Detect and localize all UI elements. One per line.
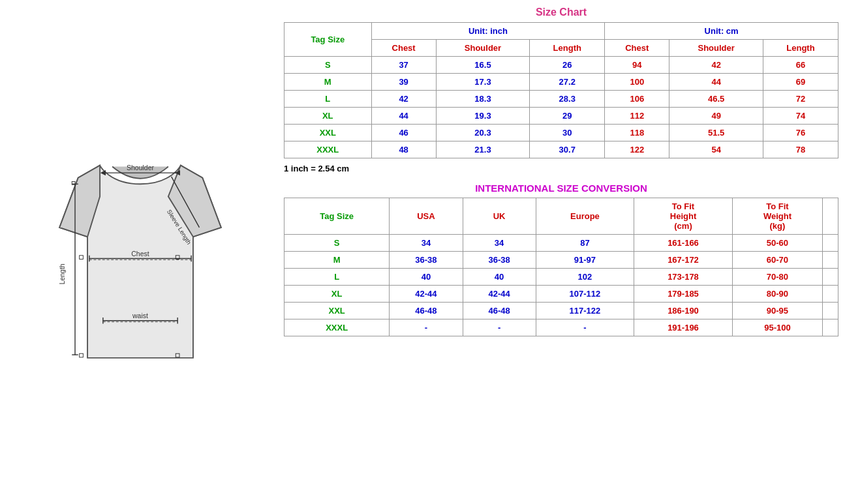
conv-tag-cell: L bbox=[284, 269, 390, 286]
chest-inch-val: 44 bbox=[371, 108, 436, 125]
chest-cm-val: 122 bbox=[605, 141, 669, 158]
conv-europe-header: Europe bbox=[536, 198, 634, 235]
size-chart-row: L 42 18.3 28.3 106 46.5 72 bbox=[284, 91, 838, 108]
size-chart-row: M 39 17.3 27.2 100 44 69 bbox=[284, 74, 838, 91]
conv-height-val: 173-178 bbox=[634, 269, 733, 286]
shoulder-inch-val: 16.5 bbox=[436, 57, 530, 74]
conv-weight-val: 60-70 bbox=[732, 252, 822, 269]
size-chart-row: S 37 16.5 26 94 42 66 bbox=[284, 57, 838, 74]
length-cm-val: 78 bbox=[763, 141, 838, 158]
conversion-row: L 40 40 102 173-178 70-80 bbox=[284, 269, 838, 286]
conversion-title: INTERNATIONAL SIZE CONVERSION bbox=[284, 177, 838, 198]
chest-cm-val: 94 bbox=[605, 57, 669, 74]
conv-weight-header: To FitWeight(kg) bbox=[732, 198, 822, 235]
tag-size-header: Tag Size bbox=[284, 23, 372, 57]
conv-usa-val: 40 bbox=[390, 269, 463, 286]
conversion-row: S 34 34 87 161-166 50-60 bbox=[284, 235, 838, 252]
shoulder-cm-val: 51.5 bbox=[669, 125, 763, 141]
conv-weight-val: 95-100 bbox=[732, 319, 822, 336]
conv-europe-val: 87 bbox=[536, 235, 634, 252]
conv-empty-cell bbox=[823, 269, 838, 286]
conversion-row: M 36-38 36-38 91-97 167-172 60-70 bbox=[284, 252, 838, 269]
conv-usa-val: 42-44 bbox=[390, 286, 463, 303]
conv-tag-cell: M bbox=[284, 252, 390, 269]
tag-size-cell: M bbox=[284, 74, 372, 91]
length-cm-val: 69 bbox=[763, 74, 838, 91]
chest-inch-val: 48 bbox=[371, 141, 436, 158]
conv-europe-val: 117-122 bbox=[536, 303, 634, 319]
length-cm-col: Length bbox=[763, 40, 838, 57]
length-inch-val: 29 bbox=[530, 108, 605, 125]
conv-uk-header: UK bbox=[463, 198, 536, 235]
conv-tag-cell: S bbox=[284, 235, 390, 252]
shoulder-cm-val: 44 bbox=[669, 74, 763, 91]
shoulder-inch-val: 18.3 bbox=[436, 91, 530, 108]
conv-height-val: 191-196 bbox=[634, 319, 733, 336]
conv-usa-val: 46-48 bbox=[390, 303, 463, 319]
tag-size-cell: XXL bbox=[284, 125, 372, 141]
chest-inch-val: 39 bbox=[371, 74, 436, 91]
shoulder-inch-val: 21.3 bbox=[436, 141, 530, 158]
conv-uk-val: 36-38 bbox=[463, 252, 536, 269]
shoulder-inch-val: 19.3 bbox=[436, 108, 530, 125]
shoulder-inch-col: Shoulder bbox=[436, 40, 530, 57]
chest-inch-col: Chest bbox=[371, 40, 436, 57]
conv-usa-val: 34 bbox=[390, 235, 463, 252]
tshirt-diagram: Shoulder Sleeve Length Chest waist Lengt… bbox=[36, 122, 245, 383]
inch-note: 1 inch = 2.54 cm bbox=[284, 164, 838, 173]
svg-text:waist: waist bbox=[132, 312, 148, 319]
tag-size-cell: XL bbox=[284, 108, 372, 125]
tag-size-cell: S bbox=[284, 57, 372, 74]
size-chart-row: XL 44 19.3 29 112 49 74 bbox=[284, 108, 838, 125]
left-panel: Shoulder Sleeve Length Chest waist Lengt… bbox=[0, 0, 281, 504]
conv-height-val: 167-172 bbox=[634, 252, 733, 269]
shoulder-cm-val: 46.5 bbox=[669, 91, 763, 108]
shoulder-inch-val: 17.3 bbox=[436, 74, 530, 91]
conv-usa-header: USA bbox=[390, 198, 463, 235]
conv-europe-val: 107-112 bbox=[536, 286, 634, 303]
conv-usa-val: 36-38 bbox=[390, 252, 463, 269]
conv-europe-val: 91-97 bbox=[536, 252, 634, 269]
conv-height-val: 161-166 bbox=[634, 235, 733, 252]
conv-tag-cell: XXXL bbox=[284, 319, 390, 336]
length-inch-val: 30.7 bbox=[530, 141, 605, 158]
chest-cm-col: Chest bbox=[605, 40, 669, 57]
conversion-row: XXL 46-48 46-48 117-122 186-190 90-95 bbox=[284, 303, 838, 319]
svg-rect-18 bbox=[80, 255, 84, 259]
size-chart-row: XXXL 48 21.3 30.7 122 54 78 bbox=[284, 141, 838, 158]
conv-tag-cell: XXL bbox=[284, 303, 390, 319]
conv-weight-val: 90-95 bbox=[732, 303, 822, 319]
conv-empty-cell bbox=[823, 286, 838, 303]
conv-empty-cell bbox=[823, 252, 838, 269]
unit-inch-header: Unit: inch bbox=[371, 23, 605, 40]
conv-empty-cell bbox=[823, 303, 838, 319]
conv-uk-val: 40 bbox=[463, 269, 536, 286]
conv-weight-val: 80-90 bbox=[732, 286, 822, 303]
conv-empty-cell bbox=[823, 319, 838, 336]
conv-europe-val: 102 bbox=[536, 269, 634, 286]
length-cm-val: 66 bbox=[763, 57, 838, 74]
conv-usa-val: - bbox=[390, 319, 463, 336]
length-cm-val: 76 bbox=[763, 125, 838, 141]
length-cm-val: 74 bbox=[763, 108, 838, 125]
conversion-table: Tag Size USA UK Europe To FitHeight(cm) … bbox=[284, 198, 838, 336]
length-inch-val: 27.2 bbox=[530, 74, 605, 91]
conv-tag-cell: XL bbox=[284, 286, 390, 303]
conversion-row: XXXL - - - 191-196 95-100 bbox=[284, 319, 838, 336]
chest-cm-val: 118 bbox=[605, 125, 669, 141]
conv-height-val: 186-190 bbox=[634, 303, 733, 319]
shoulder-cm-val: 54 bbox=[669, 141, 763, 158]
conv-uk-val: 46-48 bbox=[463, 303, 536, 319]
length-inch-col: Length bbox=[530, 40, 605, 57]
size-chart-table: Tag Size Unit: inch Unit: cm Chest Shoul… bbox=[284, 22, 838, 158]
shoulder-cm-val: 42 bbox=[669, 57, 763, 74]
chest-inch-val: 42 bbox=[371, 91, 436, 108]
conv-uk-val: 42-44 bbox=[463, 286, 536, 303]
svg-text:Shoulder: Shoulder bbox=[127, 164, 154, 171]
size-chart-row: XXL 46 20.3 30 118 51.5 76 bbox=[284, 125, 838, 141]
conv-empty-header bbox=[823, 198, 838, 235]
conv-empty-cell bbox=[823, 235, 838, 252]
length-inch-val: 28.3 bbox=[530, 91, 605, 108]
unit-cm-header: Unit: cm bbox=[605, 23, 838, 40]
conv-height-header: To FitHeight(cm) bbox=[634, 198, 733, 235]
